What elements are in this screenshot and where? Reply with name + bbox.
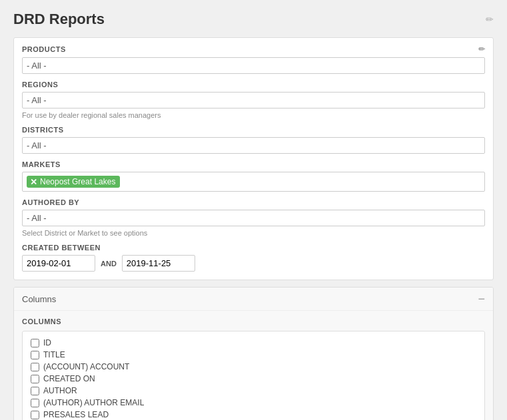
districts-select[interactable]: - All - <box>22 137 485 154</box>
column-item: (ACCOUNT) ACCOUNT <box>31 361 476 373</box>
date-from-input[interactable] <box>22 255 95 272</box>
columns-inner: COLUMNS IDTITLE(ACCOUNT) ACCOUNTCREATED … <box>14 311 493 420</box>
authored-by-hint: Select District or Market to see options <box>22 229 485 237</box>
columns-header-label: Columns <box>22 294 56 304</box>
products-select[interactable]: - All - <box>22 57 485 74</box>
column-checkbox-1[interactable] <box>31 351 39 359</box>
authored-by-label: AUTHORED BY <box>22 198 79 206</box>
markets-label: MARKETS <box>22 160 61 168</box>
columns-box: IDTITLE(ACCOUNT) ACCOUNTCREATED ONAUTHOR… <box>22 331 485 420</box>
columns-inner-header: COLUMNS <box>22 317 485 325</box>
columns-header[interactable]: Columns − <box>14 288 493 311</box>
column-label: CREATED ON <box>43 374 95 383</box>
column-item: PRESALES LEAD <box>31 409 476 420</box>
column-item: TITLE <box>31 349 476 361</box>
column-label: (AUTHOR) AUTHOR EMAIL <box>43 398 144 407</box>
date-and-label: AND <box>101 260 117 268</box>
column-label: TITLE <box>43 350 65 359</box>
authored-by-select[interactable]: - All - <box>22 210 485 226</box>
regions-section: REGIONS - All - For use by dealer region… <box>22 81 485 119</box>
regions-select[interactable]: - All - <box>22 92 485 108</box>
regions-hint: For use by dealer regional sales manager… <box>22 111 485 119</box>
markets-tag-container: ✕ Neopost Great Lakes <box>22 172 485 192</box>
markets-section: MARKETS ✕ Neopost Great Lakes <box>22 160 485 192</box>
column-item: (AUTHOR) AUTHOR EMAIL <box>31 397 476 409</box>
column-item: AUTHOR <box>31 385 476 397</box>
column-checkbox-5[interactable] <box>31 399 39 407</box>
districts-section: DISTRICTS - All - <box>22 126 485 154</box>
markets-tag-label: Neopost Great Lakes <box>40 177 115 186</box>
regions-label: REGIONS <box>22 81 58 89</box>
created-between-label: CREATED BETWEEN <box>22 244 101 252</box>
created-between-section: CREATED BETWEEN AND <box>22 244 485 272</box>
page-edit-button[interactable]: ✏ <box>486 14 494 25</box>
date-row: AND <box>22 255 485 272</box>
products-section: PRODUCTS ✏ - All - <box>22 45 485 74</box>
column-item: CREATED ON <box>31 373 476 385</box>
page-title: DRD Reports <box>13 11 105 28</box>
column-checkbox-0[interactable] <box>31 339 39 347</box>
districts-label: DISTRICTS <box>22 126 64 134</box>
column-label: PRESALES LEAD <box>43 410 109 419</box>
date-to-input[interactable] <box>122 255 195 272</box>
column-checkbox-6[interactable] <box>31 411 39 419</box>
column-label: AUTHOR <box>43 386 77 395</box>
products-label: PRODUCTS <box>22 45 66 53</box>
column-checkbox-2[interactable] <box>31 363 39 371</box>
columns-collapse-icon[interactable]: − <box>478 293 485 305</box>
column-checkbox-3[interactable] <box>31 375 39 383</box>
column-label: ID <box>43 338 51 347</box>
markets-tag-remove[interactable]: ✕ <box>30 178 37 186</box>
markets-tag[interactable]: ✕ Neopost Great Lakes <box>27 176 120 188</box>
filter-panel: PRODUCTS ✏ - All - REGIONS - All - For u… <box>13 37 494 280</box>
column-item: ID <box>31 337 476 349</box>
columns-section: Columns − COLUMNS IDTITLE(ACCOUNT) ACCOU… <box>13 287 494 420</box>
products-edit-icon[interactable]: ✏ <box>478 45 486 54</box>
column-label: (ACCOUNT) ACCOUNT <box>43 362 129 371</box>
column-checkbox-4[interactable] <box>31 387 39 395</box>
authored-by-section: AUTHORED BY - All - Select District or M… <box>22 198 485 237</box>
